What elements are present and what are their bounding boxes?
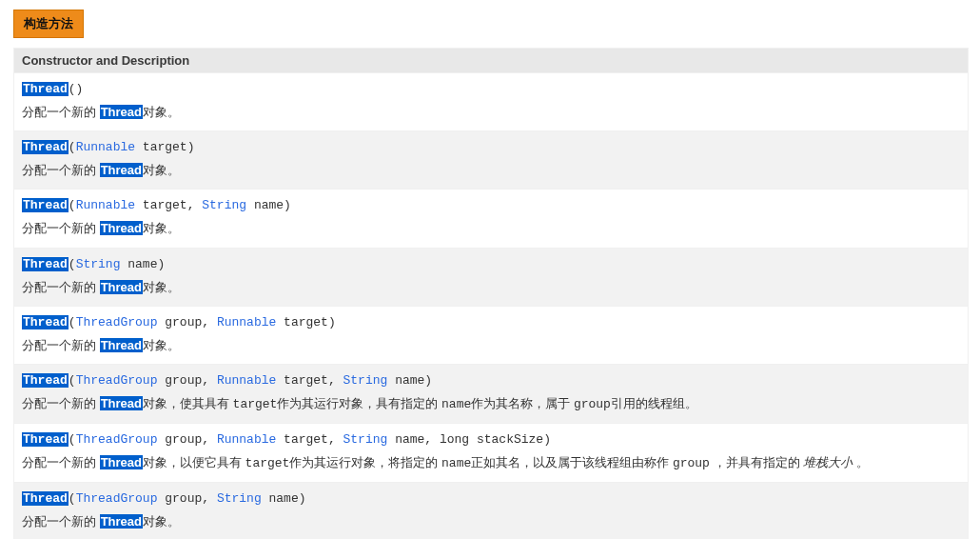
constructor-signature: Thread(String name) [22,254,960,275]
desc-text: 对象。 [143,163,180,177]
desc-text: 作为其运行对象，将指定的 [289,455,441,469]
sig-text: group, [157,432,216,447]
inline-code: target [245,456,290,470]
desc-text: 作为其名称，属于 [471,396,574,410]
desc-text: 分配一个新的 [22,455,100,469]
type-link[interactable]: Runnable [217,373,276,388]
sig-text: target, [276,432,343,447]
sig-text: ( [69,198,76,212]
inline-code: name [441,397,471,411]
sig-text: ( [69,432,76,447]
constructor-signature: Thread(Runnable target, String name) [22,195,960,216]
sig-text: ( [69,491,76,506]
type-link[interactable]: Runnable [76,140,135,154]
sig-text: group, [157,373,216,388]
inline-code: group [574,397,611,411]
type-link[interactable]: String [343,373,388,388]
constructor-row: Thread(ThreadGroup group, String name) 分… [14,483,968,539]
sig-text: ( [69,315,76,329]
constructor-description: 分配一个新的 Thread对象，使其具有 target作为其运行对象，具有指定的… [22,393,960,415]
highlighted-keyword: Thread [22,491,69,506]
desc-text: 分配一个新的 [22,280,100,294]
desc-text: 对象。 [143,280,180,294]
desc-text: ，并具有指定的 [710,455,803,469]
constructor-row: Thread(ThreadGroup group, Runnable targe… [14,307,968,365]
type-link[interactable]: ThreadGroup [76,491,158,506]
constructor-description: 分配一个新的 Thread对象。 [22,160,960,181]
desc-text: 引用的线程组。 [611,396,697,410]
constructors-table: Constructor and Description Thread() 分配一… [13,48,969,539]
highlighted-keyword: Thread [22,257,69,271]
highlighted-keyword: Thread [100,163,143,177]
table-header: Constructor and Description [14,49,968,73]
page: 构造方法 Constructor and Description Thread(… [0,0,980,539]
inline-code: name [441,456,471,470]
sig-text: group, [157,315,216,329]
constructor-signature: Thread(ThreadGroup group, Runnable targe… [22,370,960,391]
type-link[interactable]: Runnable [217,315,276,329]
type-link[interactable]: Runnable [76,198,135,212]
constructor-description: 分配一个新的 Thread对象。 [22,277,960,298]
constructor-signature: Thread(ThreadGroup group, String name) [22,489,960,509]
header-button: 构造方法 [13,10,84,38]
sig-text: name) [387,373,432,388]
constructor-row: Thread() 分配一个新的 Thread对象。 [14,73,968,131]
desc-text: 对象。 [143,105,180,119]
sig-text: target) [135,140,194,154]
constructor-signature: Thread(Runnable target) [22,137,960,158]
constructor-description: 分配一个新的 Thread对象。 [22,511,960,532]
desc-text: 分配一个新的 [22,514,100,529]
desc-text: 分配一个新的 [22,396,100,410]
highlighted-keyword: Thread [100,221,143,235]
sig-text: name, long stackSize) [387,432,551,447]
highlighted-keyword: Thread [100,280,143,294]
constructor-description: 分配一个新的 Thread对象。 [22,335,960,356]
sig-text: target) [276,315,335,329]
constructor-description: 分配一个新的 Thread对象。 [22,102,960,123]
constructor-signature: Thread(ThreadGroup group, Runnable targe… [22,312,960,333]
highlighted-keyword: Thread [100,105,143,119]
highlighted-keyword: Thread [22,373,69,388]
sig-text: group, [157,491,216,506]
desc-text: 对象。 [143,221,180,235]
type-link[interactable]: ThreadGroup [76,373,158,388]
sig-text: ( [69,257,76,271]
highlighted-keyword: Thread [100,338,143,352]
sig-text: name) [262,491,306,506]
constructor-description: 分配一个新的 Thread对象。 [22,218,960,239]
type-link[interactable]: String [76,257,121,271]
constructor-row: Thread(ThreadGroup group, Runnable targe… [14,365,968,424]
desc-text: 。 [853,455,869,469]
type-link[interactable]: Runnable [217,432,276,447]
constructor-row: Thread(ThreadGroup group, Runnable targe… [14,424,968,483]
type-link[interactable]: String [343,432,388,447]
highlighted-keyword: Thread [22,140,69,154]
desc-text: 分配一个新的 [22,105,100,119]
desc-text: 对象，使其具有 [143,396,233,410]
type-link[interactable]: ThreadGroup [76,315,158,329]
highlighted-keyword: Thread [100,514,143,529]
sig-text: ( [69,373,76,388]
type-link[interactable]: ThreadGroup [76,432,158,447]
type-link[interactable]: String [202,198,246,212]
inline-code: group [673,456,710,470]
sig-text: ( [69,140,76,154]
type-link[interactable]: String [217,491,262,506]
constructor-signature: Thread(ThreadGroup group, Runnable targe… [22,429,960,450]
sig-text: target, [276,373,343,388]
desc-text: 对象。 [143,338,180,352]
highlighted-keyword: Thread [100,455,143,469]
constructor-signature: Thread() [22,79,960,100]
highlighted-keyword: Thread [100,396,143,410]
constructor-row: Thread(String name) 分配一个新的 Thread对象。 [14,249,968,307]
highlighted-keyword: Thread [22,82,69,96]
constructor-row: Thread(Runnable target) 分配一个新的 Thread对象。 [14,131,968,190]
sig-text: name) [246,198,291,212]
desc-text: 分配一个新的 [22,338,100,352]
desc-text: 对象。 [143,514,180,529]
desc-text: 分配一个新的 [22,221,100,235]
constructor-description: 分配一个新的 Thread对象，以便它具有 target作为其运行对象，将指定的… [22,452,960,474]
sig-text: () [69,82,84,96]
highlighted-keyword: Thread [22,198,69,212]
inline-code: target [233,397,278,411]
